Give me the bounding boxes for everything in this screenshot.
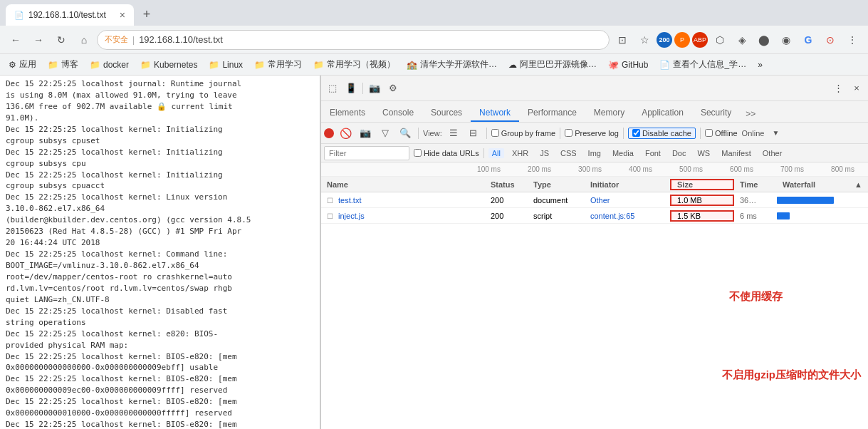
tab-memory[interactable]: Memory bbox=[585, 105, 633, 122]
table-row[interactable]: ☐ test.txt 200 document Other 1.0 MB 36… bbox=[321, 192, 868, 208]
ext3-icon[interactable]: ⬤ bbox=[754, 30, 774, 50]
filter-img[interactable]: Img bbox=[585, 148, 605, 158]
filter-other[interactable]: Other bbox=[759, 148, 786, 158]
bookmark-kubernetes[interactable]: 📁 Kubernetes bbox=[137, 58, 200, 71]
table-header: Name Status Type Initiator Size Time Wat… bbox=[321, 177, 868, 192]
search-network-button[interactable]: 🔍 bbox=[397, 125, 414, 142]
cell-time: 36… bbox=[734, 196, 777, 205]
filter-font[interactable]: Font bbox=[642, 148, 664, 158]
bookmark-label: 常用学习（视频） bbox=[327, 58, 395, 71]
tab-security[interactable]: Security bbox=[692, 105, 740, 122]
filter-all[interactable]: All bbox=[488, 148, 504, 158]
adblock-icon[interactable]: ABP bbox=[692, 32, 708, 48]
address-separator: | bbox=[132, 35, 135, 45]
header-name[interactable]: Name bbox=[321, 180, 485, 189]
header-waterfall[interactable]: Waterfall ▲ bbox=[777, 180, 868, 189]
bookmark-label: docker bbox=[103, 60, 129, 70]
header-time[interactable]: Time bbox=[734, 180, 777, 189]
disable-cache-checkbox[interactable]: Disable cache bbox=[628, 128, 696, 139]
bookmark-linux[interactable]: 📁 Linux bbox=[206, 58, 246, 71]
cell-initiator: content.js:65 bbox=[585, 212, 670, 220]
offline-checkbox[interactable]: Offline bbox=[705, 129, 738, 138]
close-devtools-icon[interactable]: × bbox=[848, 80, 865, 97]
forward-button[interactable]: → bbox=[28, 30, 48, 50]
google-icon[interactable]: G bbox=[798, 30, 818, 50]
tab-performance[interactable]: Performance bbox=[519, 105, 585, 122]
mobile-icon[interactable]: 📱 bbox=[343, 80, 360, 97]
filter-ws[interactable]: WS bbox=[694, 148, 713, 158]
bookmark-github[interactable]: 🐙 GitHub bbox=[605, 58, 651, 71]
folder-icon: 📁 bbox=[313, 60, 324, 70]
devtools-panel: ⬚ 📱 📷 ⚙ ⋮ × Elements Console S bbox=[320, 76, 868, 429]
chrome-icon[interactable]: ⊙ bbox=[820, 30, 840, 50]
group-by-frame-checkbox[interactable]: Group by frame bbox=[491, 129, 555, 138]
tab-elements[interactable]: Elements bbox=[321, 105, 374, 122]
profile2-icon[interactable]: P bbox=[674, 32, 690, 48]
bookmark-apps[interactable]: ⚙ 应用 bbox=[6, 57, 39, 72]
filter-css[interactable]: CSS bbox=[557, 148, 580, 158]
header-initiator[interactable]: Initiator bbox=[585, 180, 670, 189]
sort-icon: ▲ bbox=[854, 180, 862, 189]
bookmark-icon[interactable]: ☆ bbox=[634, 30, 654, 50]
filter-bar: Hide data URLs All XHR JS CSS Img Media … bbox=[321, 144, 868, 162]
ext1-icon[interactable]: ⬡ bbox=[710, 30, 730, 50]
bookmark-more[interactable]: » bbox=[755, 58, 765, 71]
record-button[interactable] bbox=[324, 128, 334, 138]
more-options-icon[interactable]: ⋮ bbox=[830, 80, 847, 97]
tab-console[interactable]: Console bbox=[374, 105, 422, 122]
filter-js[interactable]: JS bbox=[536, 148, 553, 158]
header-type[interactable]: Type bbox=[528, 180, 585, 189]
timeline-500ms: 500 ms bbox=[666, 165, 716, 173]
address-bar[interactable]: 不安全 | 192.168.1.10/test.txt bbox=[97, 30, 610, 50]
tab-network[interactable]: Network bbox=[471, 105, 519, 122]
bookmark-tsinghua[interactable]: 🏫 清华大学开源软件… bbox=[404, 57, 500, 72]
back-button[interactable]: ← bbox=[6, 30, 26, 50]
filter-button[interactable]: ▽ bbox=[377, 125, 394, 142]
home-button[interactable]: ⌂ bbox=[74, 30, 94, 50]
tab-application[interactable]: Application bbox=[633, 105, 692, 122]
filter-doc[interactable]: Doc bbox=[669, 148, 690, 158]
throttle-dropdown[interactable]: ▼ bbox=[767, 125, 784, 142]
list-view-icon[interactable]: ☰ bbox=[445, 125, 462, 142]
filter-media[interactable]: Media bbox=[609, 148, 637, 158]
bookmark-docker[interactable]: 📁 docker bbox=[87, 58, 132, 71]
table-row[interactable]: ☐ inject.js 200 script content.js:65 1.5… bbox=[321, 208, 868, 224]
cast-icon[interactable]: ⊡ bbox=[612, 30, 632, 50]
bookmark-blog[interactable]: 📁 博客 bbox=[45, 57, 81, 72]
toolbar-separator bbox=[362, 83, 363, 94]
more-icon[interactable]: ⋮ bbox=[842, 30, 862, 50]
filter-xhr[interactable]: XHR bbox=[508, 148, 532, 158]
camera-button[interactable]: 📷 bbox=[357, 125, 374, 142]
active-tab[interactable]: 📄 192.168.1.10/test.txt × bbox=[6, 4, 134, 26]
tab-close-button[interactable]: × bbox=[120, 9, 125, 21]
waterfall-bar bbox=[777, 197, 834, 204]
profile-icon[interactable]: 200 bbox=[657, 32, 672, 48]
bookmark-label: 常用学习 bbox=[268, 58, 302, 71]
ext4-icon[interactable]: ◉ bbox=[776, 30, 796, 50]
tab-sources[interactable]: Sources bbox=[422, 105, 471, 122]
preserve-log-checkbox[interactable]: Preserve log bbox=[565, 129, 619, 138]
screenshot-icon[interactable]: 📷 bbox=[366, 80, 383, 97]
header-status[interactable]: Status bbox=[485, 180, 528, 189]
inspect-icon[interactable]: ⬚ bbox=[324, 80, 341, 97]
ext2-icon[interactable]: ◈ bbox=[732, 30, 752, 50]
filter-input[interactable] bbox=[324, 146, 409, 160]
settings-icon[interactable]: ⚙ bbox=[385, 80, 402, 97]
tab-favicon: 📄 bbox=[14, 11, 24, 20]
bookmark-label: 查看个人信息_学… bbox=[673, 58, 746, 71]
tree-view-icon[interactable]: ⊟ bbox=[465, 125, 482, 142]
tab-more-button[interactable]: >> bbox=[740, 106, 761, 122]
profile-doc-icon: 📄 bbox=[659, 60, 670, 70]
header-size[interactable]: Size bbox=[670, 179, 734, 190]
bookmark-study-video[interactable]: 📁 常用学习（视频） bbox=[310, 57, 398, 72]
bookmark-profile[interactable]: 📄 查看个人信息_学… bbox=[657, 57, 749, 72]
new-tab-button[interactable]: + bbox=[137, 4, 157, 24]
clear-button[interactable]: 🚫 bbox=[337, 125, 354, 142]
timeline-100ms: 100 ms bbox=[464, 165, 514, 173]
bookmark-aliyun[interactable]: ☁ 阿里巴巴开源镜像… bbox=[506, 57, 600, 72]
bookmark-study[interactable]: 📁 常用学习 bbox=[251, 57, 305, 72]
filter-manifest[interactable]: Manifest bbox=[718, 148, 755, 158]
hide-data-urls-checkbox[interactable]: Hide data URLs bbox=[414, 149, 479, 157]
reload-button[interactable]: ↻ bbox=[51, 30, 71, 50]
bookmark-label: GitHub bbox=[622, 60, 648, 70]
